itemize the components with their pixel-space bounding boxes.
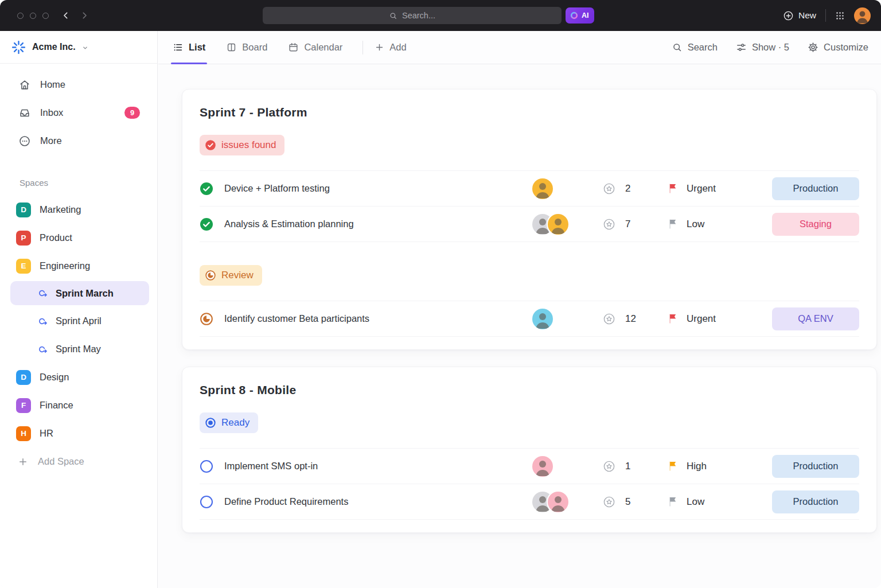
sidebar-space-marketing[interactable]: D Marketing <box>0 196 157 224</box>
add-space-button[interactable]: Add Space <box>0 447 157 476</box>
task-row[interactable]: Analysis & Estimation planning <box>200 206 859 242</box>
topbar-divider <box>825 9 826 22</box>
sidebar-item-inbox[interactable]: Inbox 9 <box>0 99 157 127</box>
environment-badge[interactable]: Staging <box>772 213 859 236</box>
sidebar-space-hr[interactable]: H HR <box>0 419 157 447</box>
task-status-in-review-icon[interactable] <box>200 312 224 326</box>
window-control-dot[interactable] <box>30 13 36 19</box>
new-button[interactable]: New <box>783 10 816 21</box>
environment-badge[interactable]: QA ENV <box>772 307 859 330</box>
avatar <box>532 178 553 199</box>
sidebar-sprint-may[interactable]: Sprint May <box>0 335 157 363</box>
assignee-avatars[interactable] <box>532 492 603 512</box>
star-circle-icon <box>603 460 615 473</box>
add-view-label: Add <box>389 42 406 53</box>
sprint-points[interactable]: 2 <box>603 182 668 195</box>
avatar <box>532 309 553 329</box>
space-avatar: E <box>16 259 31 274</box>
environment-badge[interactable]: Production <box>772 177 859 200</box>
ai-label: AI <box>582 11 589 20</box>
sidebar-item-home[interactable]: Home <box>0 71 157 99</box>
sprint-points[interactable]: 7 <box>603 218 668 231</box>
flag-icon <box>668 218 678 230</box>
status-group-badge-review[interactable]: Review <box>200 265 262 286</box>
customize-button[interactable]: Customize <box>808 42 868 53</box>
tab-board[interactable]: Board <box>224 31 269 64</box>
priority[interactable]: Urgent <box>668 313 772 325</box>
sprint-points[interactable]: 5 <box>603 496 668 508</box>
priority[interactable]: Urgent <box>668 182 772 194</box>
more-ellipsis-icon <box>18 135 31 147</box>
task-row[interactable]: Implement SMS opt-in 1 <box>200 448 859 484</box>
list-content: Sprint 7 - Platform issues found <box>158 64 881 533</box>
back-arrow-icon[interactable] <box>61 11 71 20</box>
task-status-open-icon[interactable] <box>200 495 224 509</box>
sprint-loop-icon <box>37 316 48 327</box>
avatar <box>548 214 568 235</box>
apps-grid-icon[interactable] <box>835 11 845 21</box>
sidebar-sprint-april[interactable]: Sprint April <box>0 307 157 335</box>
show-filters-button[interactable]: Show · 5 <box>736 42 789 53</box>
priority[interactable]: High <box>668 460 772 472</box>
task-name[interactable]: Implement SMS opt-in <box>224 461 532 472</box>
space-avatar: F <box>16 398 31 413</box>
tab-calendar[interactable]: Calendar <box>286 31 344 64</box>
priority[interactable]: Low <box>668 496 772 508</box>
space-label: Finance <box>40 400 73 411</box>
assignee-avatars[interactable] <box>532 214 603 235</box>
workspace-switcher[interactable]: Acme Inc. <box>0 31 157 64</box>
environment-badge[interactable]: Production <box>772 490 859 513</box>
forward-arrow-icon[interactable] <box>80 11 89 20</box>
window-control-dot[interactable] <box>17 13 24 19</box>
window-control-dot[interactable] <box>42 13 49 19</box>
sprint-points[interactable]: 1 <box>603 460 668 473</box>
task-row[interactable]: Define Product Requirements <box>200 484 859 519</box>
add-view-button[interactable]: Add <box>375 42 406 53</box>
avatar <box>548 492 568 512</box>
group-title: Sprint 7 - Platform <box>200 89 859 119</box>
task-name[interactable]: Define Product Requirements <box>224 496 532 507</box>
priority[interactable]: Low <box>668 218 772 230</box>
ai-button[interactable]: AI <box>566 7 594 24</box>
task-name[interactable]: Device + Platform testing <box>224 183 532 194</box>
assignee-avatars[interactable] <box>532 178 603 199</box>
assignee-avatars[interactable] <box>532 309 603 329</box>
task-status-open-icon[interactable] <box>200 460 224 473</box>
task-row[interactable]: Identify customer Beta participants 12 <box>200 301 859 336</box>
status-group-badge-ready[interactable]: Ready <box>200 412 258 433</box>
points-value: 2 <box>625 183 630 194</box>
points-value: 1 <box>625 461 630 472</box>
tab-label: Calendar <box>304 42 342 53</box>
task-name[interactable]: Identify customer Beta participants <box>224 313 532 324</box>
task-status-done-icon[interactable] <box>200 182 224 196</box>
sidebar-sprint-march[interactable]: Sprint March <box>10 281 149 305</box>
sidebar-item-more[interactable]: More <box>0 127 157 155</box>
global-search-input[interactable]: Search... <box>263 7 562 24</box>
topbar: Search... AI New <box>0 0 881 31</box>
inbox-icon <box>18 107 31 119</box>
sidebar-space-engineering[interactable]: E Engineering <box>0 252 157 280</box>
points-value: 12 <box>625 313 636 325</box>
plus-icon <box>375 42 384 52</box>
sprint-points[interactable]: 12 <box>603 313 668 325</box>
spaces-heading: Spaces <box>20 178 157 188</box>
task-row[interactable]: Device + Platform testing 2 <box>200 170 859 206</box>
sidebar-item-label: Inbox <box>40 107 63 118</box>
task-status-done-icon[interactable] <box>200 217 224 231</box>
sliders-icon <box>736 42 747 53</box>
task-name[interactable]: Analysis & Estimation planning <box>224 219 532 229</box>
sprint-group-card: Sprint 7 - Platform issues found <box>182 89 877 350</box>
flag-icon <box>668 460 678 472</box>
app-window: Search... AI New <box>0 0 881 588</box>
status-group-label: Review <box>221 270 254 281</box>
assignee-avatars[interactable] <box>532 456 603 477</box>
user-avatar[interactable] <box>854 7 871 24</box>
status-group-badge-issues-found[interactable]: issues found <box>200 135 284 155</box>
sidebar-space-finance[interactable]: F Finance <box>0 391 157 419</box>
flag-icon <box>668 313 678 325</box>
sidebar-space-product[interactable]: P Product <box>0 224 157 252</box>
environment-badge[interactable]: Production <box>772 455 859 478</box>
list-search-button[interactable]: Search <box>672 42 718 53</box>
tab-list[interactable]: List <box>171 31 207 64</box>
sidebar-space-design[interactable]: D Design <box>0 363 157 391</box>
